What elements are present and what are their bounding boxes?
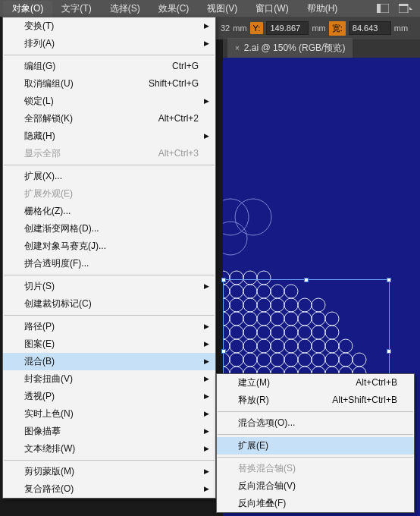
menu-item[interactable]: 变换(T)▶ bbox=[3, 17, 215, 35]
menu-item-label: 排列(A) bbox=[24, 37, 55, 50]
menu-item[interactable]: 透视(P)▶ bbox=[3, 388, 215, 405]
arrange-icon[interactable] bbox=[397, 2, 414, 15]
submenu-arrow-icon: ▶ bbox=[204, 95, 209, 108]
menu-item[interactable]: 实时上色(N)▶ bbox=[3, 405, 215, 423]
submenu-arrow-icon: ▶ bbox=[204, 280, 209, 293]
submenu-item-label: 反向混合轴(V) bbox=[238, 480, 296, 492]
menu-item[interactable]: 全部解锁(K)Alt+Ctrl+2 bbox=[3, 110, 215, 127]
unit-mm-2: mm bbox=[312, 24, 325, 33]
submenu-item[interactable]: 扩展(E) bbox=[217, 437, 414, 455]
menu-item-label: 栅格化(Z)... bbox=[24, 205, 71, 218]
menu-item-label: 图像描摹 bbox=[24, 425, 61, 438]
menu-item[interactable]: 剪切蒙版(M)▶ bbox=[3, 463, 215, 480]
svg-rect-3 bbox=[399, 4, 408, 6]
menu-item-label: 扩展(X)... bbox=[24, 170, 62, 183]
menu-item-label: 复合路径(O) bbox=[24, 483, 74, 496]
menu-item-label: 扩展外观(E) bbox=[24, 187, 73, 200]
menu-item[interactable]: 创建对象马赛克(J)... bbox=[3, 238, 215, 255]
menu-effect[interactable]: 效果(C) bbox=[149, 1, 199, 17]
submenu-arrow-icon: ▶ bbox=[204, 20, 209, 33]
menu-item[interactable]: 混合(B)▶ bbox=[3, 353, 215, 370]
submenu-arrow-icon: ▶ bbox=[204, 320, 209, 333]
selection-handle[interactable] bbox=[221, 349, 226, 354]
menu-item[interactable]: 路径(P)▶ bbox=[3, 318, 215, 335]
menu-item[interactable]: 创建渐变网格(D)... bbox=[3, 220, 215, 238]
submenu-item-label: 扩展(E) bbox=[238, 439, 288, 452]
input-y[interactable] bbox=[266, 21, 309, 35]
menu-select[interactable]: 选择(S) bbox=[101, 1, 149, 17]
selection-handle[interactable] bbox=[387, 278, 391, 282]
submenu-arrow-icon: ▶ bbox=[204, 425, 209, 438]
menu-item[interactable]: 取消编组(U)Shift+Ctrl+G bbox=[3, 75, 215, 93]
submenu-item-label: 混合选项(O)... bbox=[238, 417, 295, 429]
menu-item[interactable]: 封套扭曲(V)▶ bbox=[3, 370, 215, 388]
menu-item[interactable]: 锁定(L)▶ bbox=[3, 93, 215, 110]
menu-item-label: 实时上色(N) bbox=[24, 407, 74, 420]
menu-item-label: 创建对象马赛克(J)... bbox=[24, 240, 106, 253]
object-menu-dropdown: 变换(T)▶排列(A)▶编组(G)Ctrl+G取消编组(U)Shift+Ctrl… bbox=[2, 17, 216, 499]
selection-handle[interactable] bbox=[304, 278, 309, 282]
menu-item[interactable]: 图像描摹▶ bbox=[3, 423, 215, 440]
menu-item[interactable]: 拼合透明度(F)... bbox=[3, 255, 215, 272]
tab-label: 2.ai @ 150% (RGB/预览) bbox=[244, 42, 346, 55]
submenu-arrow-icon: ▶ bbox=[204, 483, 209, 496]
submenu-arrow-icon: ▶ bbox=[204, 442, 209, 455]
menu-item-label: 创建裁切标记(C) bbox=[24, 297, 92, 310]
submenu-arrow-icon: ▶ bbox=[204, 373, 209, 385]
menu-item[interactable]: 图案(E)▶ bbox=[3, 335, 215, 353]
submenu-arrow-icon: ▶ bbox=[204, 465, 209, 478]
menu-shortcut: Alt+Ctrl+2 bbox=[158, 112, 199, 125]
menu-item[interactable]: 栅格化(Z)... bbox=[3, 203, 215, 220]
menu-view[interactable]: 视图(V) bbox=[198, 1, 246, 17]
menu-item-label: 混合(B) bbox=[24, 355, 55, 368]
menu-item-label: 图案(E) bbox=[24, 338, 55, 351]
menu-item-label: 锁定(L) bbox=[24, 95, 54, 108]
menu-item-label: 透视(P) bbox=[24, 390, 55, 403]
menu-separator bbox=[4, 55, 215, 55]
menu-item[interactable]: 编组(G)Ctrl+G bbox=[3, 58, 215, 75]
menu-item-label: 变换(T) bbox=[24, 20, 54, 33]
submenu-arrow-icon: ▶ bbox=[204, 130, 209, 143]
document-tab[interactable]: × 2.ai @ 150% (RGB/预览) bbox=[227, 38, 353, 58]
selection-handle[interactable] bbox=[387, 349, 391, 354]
menu-shortcut: Shift+Ctrl+G bbox=[149, 77, 199, 90]
menu-item[interactable]: 扩展(X)... bbox=[3, 168, 215, 185]
menu-item: 显示全部Alt+Ctrl+3 bbox=[3, 145, 215, 162]
menu-separator bbox=[4, 275, 215, 275]
menu-item[interactable]: 排列(A)▶ bbox=[3, 35, 215, 52]
submenu-arrow-icon: ▶ bbox=[204, 37, 209, 50]
menu-item[interactable]: 隐藏(H)▶ bbox=[3, 127, 215, 145]
svg-rect-1 bbox=[377, 4, 381, 13]
document-tabbar: × 2.ai @ 150% (RGB/预览) bbox=[223, 39, 420, 58]
menu-object[interactable]: 对象(O) bbox=[3, 1, 52, 17]
menu-item[interactable]: 文本绕排(W)▶ bbox=[3, 440, 215, 458]
menu-shortcut: Alt+Ctrl+3 bbox=[158, 147, 199, 160]
input-width[interactable] bbox=[349, 21, 391, 35]
menu-item-label: 拼合透明度(F)... bbox=[24, 257, 89, 270]
layout-icon[interactable] bbox=[375, 2, 391, 15]
menu-item-label: 切片(S) bbox=[24, 280, 55, 293]
submenu-item[interactable]: 建立(M)Alt+Ctrl+B bbox=[217, 374, 414, 392]
menu-item-label: 文本绕排(W) bbox=[24, 442, 75, 455]
menu-item[interactable]: 复合路径(O)▶ bbox=[3, 480, 215, 498]
menu-item-label: 剪切蒙版(M) bbox=[24, 465, 74, 478]
unit-mm-3: mm bbox=[394, 24, 408, 33]
menu-separator bbox=[218, 434, 413, 435]
menu-item-label: 封套扭曲(V) bbox=[24, 373, 73, 385]
menu-type[interactable]: 文字(T) bbox=[52, 1, 100, 17]
selection-handle[interactable] bbox=[221, 278, 226, 282]
svg-point-6 bbox=[223, 222, 247, 255]
close-icon[interactable]: × bbox=[235, 44, 240, 52]
submenu-item[interactable]: 混合选项(O)... bbox=[217, 414, 414, 432]
menu-help[interactable]: 帮助(H) bbox=[298, 1, 347, 17]
menu-window[interactable]: 窗口(W) bbox=[246, 1, 297, 17]
menu-item[interactable]: 切片(S)▶ bbox=[3, 278, 215, 295]
submenu-item: 替换混合轴(S) bbox=[217, 460, 414, 477]
submenu-item-label: 替换混合轴(S) bbox=[238, 462, 296, 475]
menu-item[interactable]: 创建裁切标记(C) bbox=[3, 295, 215, 313]
submenu-item-label: 反向堆叠(F) bbox=[238, 497, 288, 510]
submenu-item[interactable]: 释放(R)Alt+Shift+Ctrl+B bbox=[217, 392, 414, 409]
submenu-item-label: 释放(R) bbox=[238, 394, 288, 407]
submenu-item[interactable]: 反向堆叠(F) bbox=[217, 495, 414, 512]
submenu-item[interactable]: 反向混合轴(V) bbox=[217, 477, 414, 495]
